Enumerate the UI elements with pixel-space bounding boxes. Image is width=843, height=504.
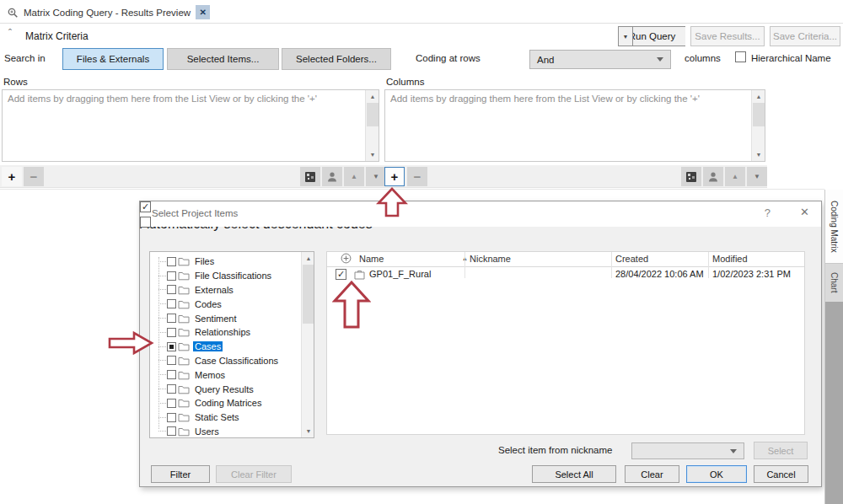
checkbox-icon[interactable] [167, 314, 176, 323]
collapse-icon[interactable]: ˆ [8, 28, 12, 40]
columns-person-icon-button[interactable] [703, 167, 723, 186]
rows-panel[interactable]: Add items by dragging them here from the… [2, 89, 379, 162]
criteria-actions: Run Query ▼ Save Results... Save Criteri… [618, 26, 840, 46]
hierarchical-name-checkbox[interactable] [735, 51, 746, 62]
tree-item-case-classifications[interactable]: Case Classifications [150, 354, 300, 368]
cancel-button[interactable]: Cancel [754, 465, 808, 483]
tree-item-externals[interactable]: Externals [150, 283, 300, 298]
columns-move-down-button[interactable]: ▼ [747, 167, 767, 186]
rows-move-down-button[interactable]: ▼ [366, 167, 386, 186]
folder-icon [178, 327, 190, 337]
dialog-close-icon[interactable]: ✕ [800, 206, 809, 218]
files-externals-button[interactable]: Files & Externals [62, 48, 164, 70]
person-icon [326, 171, 338, 183]
checkbox-icon[interactable] [167, 257, 176, 266]
expand-all-icon[interactable] [341, 253, 352, 265]
person-icon [707, 171, 719, 183]
add-rows-button[interactable]: + [2, 167, 22, 186]
tree-item-files[interactable]: Files [150, 255, 300, 269]
checkbox-icon[interactable] [167, 356, 176, 365]
tab-title: Matrix Coding Query - Results Preview [24, 8, 191, 18]
rows-move-up-button[interactable]: ▲ [344, 167, 364, 186]
nickname-dropdown[interactable] [631, 442, 744, 459]
checkbox-icon[interactable] [167, 384, 176, 394]
table-header-row[interactable]: Name ▲ Nickname Created Modified [327, 252, 804, 267]
help-icon[interactable]: ? [765, 206, 771, 219]
tree-item-cases[interactable]: Cases [150, 340, 300, 354]
row-checkbox[interactable] [336, 269, 346, 280]
clear-filter-button[interactable]: Clear Filter [216, 465, 292, 483]
scroll-up-icon[interactable]: ▲ [752, 90, 765, 103]
column-header-modified[interactable]: Modified [712, 254, 748, 264]
checkbox-icon[interactable] [167, 399, 176, 408]
scroll-up-icon[interactable]: ▲ [366, 90, 379, 103]
clear-button[interactable]: Clear [625, 465, 679, 483]
row-modified: 1/02/2023 2:31 PM [712, 269, 791, 279]
dialog-title: Select Project Items [152, 208, 238, 218]
tree-item-codes[interactable]: Codes [150, 297, 300, 311]
columns-grid-icon-button[interactable] [681, 167, 701, 186]
table-row[interactable]: GP01_F_Rural 28/04/2022 10:06 AM 1/02/20… [327, 267, 804, 282]
ok-button[interactable]: OK [686, 465, 747, 483]
checkbox-icon[interactable] [167, 271, 176, 281]
checkbox-partial-icon[interactable] [167, 342, 176, 351]
tree-item-static-sets[interactable]: Static Sets [150, 410, 300, 425]
close-icon[interactable]: ✕ [196, 5, 210, 19]
operator-dropdown[interactable]: And [529, 50, 671, 69]
scroll-down-icon[interactable]: ▼ [302, 425, 314, 437]
rows-placeholder: Add items by dragging them here from the… [8, 94, 360, 104]
checkbox-icon[interactable] [167, 299, 176, 308]
save-results-button[interactable]: Save Results... [690, 26, 765, 46]
matrix-coding-query-screen: Matrix Coding Query - Results Preview ✕ … [0, 0, 843, 504]
tree-item-relationships[interactable]: Relationships [150, 325, 300, 340]
columns-scrollbar[interactable]: ▲ ▼ [751, 90, 765, 161]
checkbox-icon[interactable] [167, 285, 176, 294]
tree-scrollbar[interactable]: ▲ ▼ [301, 252, 314, 437]
scroll-thumb[interactable] [753, 103, 765, 126]
scroll-up-icon[interactable]: ▲ [302, 252, 314, 265]
select-all-button[interactable]: Select All [532, 465, 616, 483]
tree-item-file-classifications[interactable]: File Classifications [150, 269, 300, 283]
selected-items-button[interactable]: Selected Items... [167, 48, 279, 70]
remove-rows-button[interactable]: − [24, 167, 44, 186]
scroll-thumb[interactable] [303, 265, 314, 324]
tab-chart[interactable]: Chart [824, 264, 843, 302]
column-header-nickname[interactable]: Nickname [470, 254, 511, 264]
save-criteria-button[interactable]: Save Criteria... [770, 26, 840, 46]
checkbox-icon[interactable] [167, 426, 176, 436]
folder-icon [178, 356, 190, 366]
selected-folders-button[interactable]: Selected Folders... [282, 48, 391, 70]
remove-columns-button[interactable]: − [407, 167, 427, 186]
rows-person-icon-button[interactable] [322, 167, 342, 186]
columns-panel[interactable]: Add items by dragging them here from the… [384, 89, 765, 162]
tree-item-coding-matrices[interactable]: Coding Matrices [150, 396, 300, 410]
column-header-name[interactable]: Name [359, 254, 384, 264]
tree-item-memos[interactable]: Memos [150, 367, 300, 382]
run-query-dropdown-icon[interactable]: ▼ [618, 26, 633, 46]
scroll-down-icon[interactable]: ▼ [752, 148, 765, 161]
column-header-created[interactable]: Created [615, 254, 648, 264]
scroll-down-icon[interactable]: ▼ [366, 148, 379, 161]
tab-matrix-coding-query[interactable]: Matrix Coding Query - Results Preview ✕ [2, 2, 215, 23]
select-button[interactable]: Select [754, 442, 808, 459]
nickname-label: Select item from nickname [498, 445, 613, 455]
checkbox-icon[interactable] [167, 328, 176, 337]
tree-item-users[interactable]: Users [150, 425, 300, 438]
dialog-titlebar[interactable]: Select Project Items ? ✕ [140, 201, 821, 227]
scroll-thumb[interactable] [367, 103, 379, 126]
add-columns-button[interactable]: + [384, 167, 405, 186]
columns-move-up-button[interactable]: ▲ [725, 167, 745, 186]
checkbox-icon[interactable] [167, 413, 176, 422]
rows-grid-icon-button[interactable] [300, 167, 320, 186]
filter-button[interactable]: Filter [151, 465, 210, 483]
auto-subfolders-checkbox[interactable] [140, 201, 151, 212]
folder-icon [178, 299, 190, 309]
project-items-table[interactable]: Name ▲ Nickname Created Modified GP01_F_… [326, 251, 805, 435]
tab-coding-matrix[interactable]: Coding Matrix [824, 190, 843, 264]
checkbox-icon[interactable] [167, 370, 176, 379]
project-folder-tree[interactable]: Files File Classifications Externals Cod… [149, 251, 314, 438]
rows-scrollbar[interactable]: ▲ ▼ [365, 90, 379, 161]
tree-item-query-results[interactable]: Query Results [150, 382, 300, 396]
tree-item-sentiment[interactable]: Sentiment [150, 311, 300, 325]
auto-descendant-checkbox[interactable] [140, 217, 151, 228]
